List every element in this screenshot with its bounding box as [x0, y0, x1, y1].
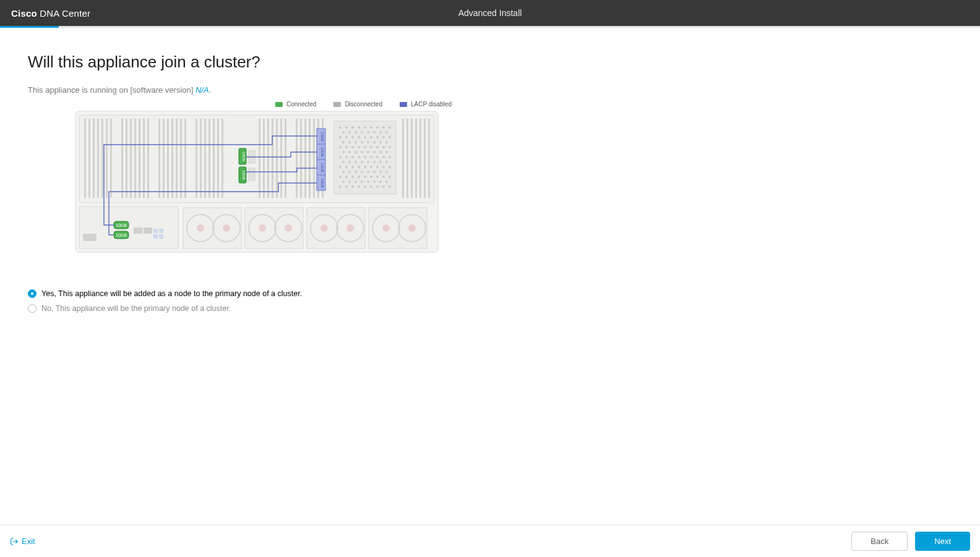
svg-rect-34	[276, 119, 278, 198]
svg-rect-36	[285, 119, 286, 198]
svg-point-158	[364, 185, 366, 188]
svg-rect-49	[424, 119, 426, 198]
svg-point-152	[379, 181, 382, 183]
svg-point-175	[223, 224, 230, 232]
svg-rect-24	[200, 119, 202, 198]
radio-yes-control[interactable]	[28, 289, 37, 298]
svg-point-120	[339, 166, 342, 168]
svg-point-87	[345, 146, 348, 148]
svg-point-143	[376, 176, 379, 178]
svg-point-85	[385, 141, 388, 143]
radio-no[interactable]: No, This appliance will be the primary n…	[28, 304, 952, 313]
svg-point-125	[370, 166, 372, 168]
svg-point-105	[351, 156, 354, 158]
svg-point-67	[379, 131, 382, 134]
svg-point-81	[361, 141, 363, 143]
main-content: Will this appliance join a cluster? This…	[0, 28, 980, 313]
back-button[interactable]: Back	[851, 532, 908, 551]
app-header: Cisco DNA Center Advanced Install	[0, 0, 980, 26]
svg-point-115	[361, 161, 363, 163]
legend-disconnected: Disconnected	[333, 101, 382, 108]
svg-point-138	[345, 176, 348, 178]
svg-point-61	[342, 131, 345, 134]
svg-point-130	[348, 171, 351, 173]
svg-point-178	[259, 224, 266, 232]
svg-point-75	[376, 136, 379, 138]
svg-rect-46	[411, 119, 413, 198]
svg-point-185	[346, 224, 354, 232]
svg-rect-18	[167, 119, 169, 198]
svg-point-107	[364, 156, 366, 158]
svg-rect-25	[204, 119, 206, 198]
svg-point-95	[342, 151, 345, 153]
svg-rect-37	[296, 119, 298, 198]
svg-point-80	[355, 141, 357, 143]
svg-point-145	[389, 176, 391, 178]
svg-point-157	[358, 185, 360, 188]
svg-point-92	[376, 146, 379, 148]
swatch-disconnected-icon	[333, 102, 341, 107]
svg-rect-30	[259, 119, 260, 198]
footer-buttons: Back Next	[851, 532, 970, 551]
radio-no-control[interactable]	[28, 304, 37, 313]
svg-point-70	[345, 136, 348, 138]
svg-point-153	[385, 181, 388, 183]
svg-rect-4	[93, 119, 95, 198]
svg-rect-28	[217, 119, 219, 198]
svg-point-183	[320, 224, 328, 232]
svg-point-54	[351, 126, 354, 129]
svg-point-109	[376, 156, 379, 158]
svg-point-83	[373, 141, 376, 143]
port-lacp-2-label: 10GB	[320, 147, 324, 156]
svg-rect-48	[419, 119, 421, 198]
svg-point-63	[355, 131, 357, 134]
svg-point-118	[379, 161, 382, 163]
exit-link[interactable]: Exit	[10, 537, 35, 546]
svg-point-146	[342, 181, 345, 183]
svg-point-156	[351, 185, 354, 188]
swatch-connected-icon	[275, 102, 283, 107]
port-connected-lower-1-label: 10GB	[116, 223, 127, 227]
svg-point-123	[358, 166, 360, 168]
exit-label: Exit	[22, 537, 35, 546]
svg-point-52	[339, 126, 342, 129]
svg-point-59	[382, 126, 385, 129]
svg-rect-10	[126, 119, 127, 198]
svg-point-68	[385, 131, 388, 134]
svg-rect-20	[176, 119, 178, 198]
version-text: This appliance is running on [software v…	[28, 85, 952, 95]
version-link[interactable]: N/A	[196, 85, 209, 95]
svg-point-106	[358, 156, 360, 158]
radio-yes[interactable]: Yes, This appliance will be added as a n…	[28, 289, 952, 298]
svg-rect-166	[153, 229, 158, 233]
swatch-lacp-icon	[400, 102, 407, 107]
svg-point-72	[358, 136, 360, 138]
svg-point-76	[382, 136, 385, 138]
svg-rect-7	[106, 119, 108, 198]
svg-point-160	[376, 185, 379, 188]
svg-rect-41	[313, 119, 315, 198]
svg-point-150	[367, 181, 369, 183]
next-button[interactable]: Next	[915, 532, 970, 551]
svg-point-151	[373, 181, 376, 183]
svg-point-103	[339, 156, 342, 158]
svg-point-100	[373, 151, 376, 153]
svg-rect-12	[134, 119, 136, 198]
svg-point-108	[370, 156, 372, 158]
svg-rect-39	[304, 119, 306, 198]
svg-point-149	[361, 181, 363, 183]
svg-point-121	[345, 166, 348, 168]
svg-point-88	[351, 146, 354, 148]
svg-point-129	[342, 171, 345, 173]
svg-rect-15	[147, 119, 149, 198]
svg-point-126	[376, 166, 379, 168]
svg-point-60	[389, 126, 391, 129]
svg-rect-44	[402, 119, 404, 198]
svg-point-147	[348, 181, 351, 183]
svg-point-161	[382, 185, 385, 188]
cluster-options: Yes, This appliance will be added as a n…	[28, 289, 952, 313]
svg-point-104	[345, 156, 348, 158]
svg-point-180	[285, 224, 292, 232]
svg-rect-6	[101, 119, 103, 198]
svg-point-131	[355, 171, 357, 173]
